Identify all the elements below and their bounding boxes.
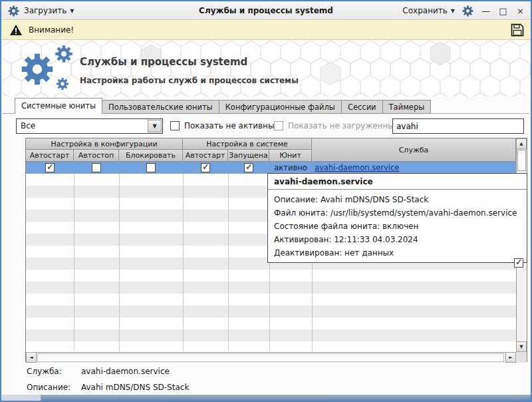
column-header-unit[interactable]: Юнит (269, 150, 312, 162)
warning-text: Внимание! (29, 25, 74, 35)
bottom-scrollbar[interactable] (1, 395, 531, 401)
tooltip-unitfile-line: Файл юнита: /usr/lib/systemd/system/avah… (274, 206, 521, 220)
tooltip-description-line: Описание: Avahi mDNS/DNS SD-Stack (274, 193, 521, 206)
unit-state-cell: активно (269, 163, 312, 172)
show-unloaded-checkbox-group: Показать не загруженные (274, 121, 399, 130)
vertical-scrollbar-thumb[interactable] (517, 150, 526, 171)
column-header-running[interactable]: Запущена (228, 150, 269, 162)
scroll-down-button[interactable]: ▼ (516, 341, 527, 352)
chevron-down-icon: ▼ (451, 8, 455, 14)
app-banner: Службы и процессы systemd Настройка рабо… (1, 41, 531, 97)
scroll-down-icon: ▼ (519, 344, 523, 349)
close-button[interactable]: × (515, 6, 525, 16)
chevron-down-icon: ▼ (70, 8, 74, 14)
save-menu-label: Сохранить (402, 6, 448, 15)
hexagon-pattern-background (1, 41, 531, 97)
tab-timers[interactable]: Таймеры (383, 100, 432, 114)
show-inactive-checkbox-group: Показать не активные (170, 121, 279, 130)
footer-service-value: avahi-daemon.service (81, 367, 170, 376)
autostart-config-checkbox[interactable] (45, 163, 55, 172)
scroll-left-icon: ◄ (29, 355, 33, 360)
tooltip-activated-line: Активирован: 12:11:33 04.03.2024 (274, 233, 521, 246)
column-header-service[interactable]: Служба (312, 138, 516, 162)
show-inactive-checkbox[interactable] (170, 121, 180, 130)
dropdown-arrow-button[interactable]: ▼ (148, 120, 162, 132)
show-unloaded-label: Показать не загруженные (288, 121, 399, 130)
scope-dropdown[interactable]: Все ▼ (16, 118, 163, 134)
column-header-autostart-system[interactable]: Автостарт (183, 150, 228, 162)
save-menu-button[interactable]: Сохранить ▼ (402, 6, 455, 15)
tab-user-units[interactable]: Пользовательские юниты (102, 100, 219, 114)
maximize-button[interactable]: □ (498, 6, 508, 16)
chevron-down-icon: ▼ (152, 123, 156, 129)
tooltip-deactivated-line: Деактивирован: нет данных (274, 246, 521, 260)
unit-tooltip: avahi-daemon.service Описание: Avahi mDN… (267, 173, 527, 263)
app-window: Загрузить ▼ Службы и процессы systemd Со… (0, 0, 532, 402)
filter-bar: Все ▼ Показать не активные Показать не з… (1, 118, 531, 134)
column-header-autostart-config[interactable]: Автостарт (26, 150, 74, 162)
save-floppy-icon[interactable] (511, 23, 524, 37)
tooltip-unitstate-line: Состояние файла юнита: включен (274, 220, 521, 233)
tab-config-files[interactable]: Конфигурационные файлы (219, 100, 342, 114)
status-footer: Служба: avahi-daemon.service Описание: A… (27, 367, 189, 399)
column-header-block[interactable]: Блокировать (119, 150, 183, 162)
minimize-button[interactable]: — (481, 6, 491, 16)
bottom-scrollbar-corner (1, 395, 41, 401)
scope-dropdown-value: Все (21, 121, 35, 130)
autostart-system-checkbox[interactable] (201, 163, 210, 172)
tab-sessions[interactable]: Сессии (342, 100, 383, 114)
floating-checkbox[interactable] (514, 258, 523, 268)
warning-icon (9, 24, 23, 36)
group-header-config: Настройка в конфигурации (26, 138, 183, 150)
scroll-left-button[interactable]: ◄ (26, 352, 37, 363)
tooltip-title: avahi-daemon.service (268, 174, 527, 190)
settings-gear-icon[interactable] (462, 5, 473, 17)
tabstrip: Системные юниты Пользовательские юниты К… (15, 98, 531, 114)
horizontal-scrollbar[interactable]: ◄ ► (26, 352, 516, 363)
scroll-up-button[interactable]: ▲ (516, 138, 527, 149)
group-header-system: Настройка в системе (183, 138, 312, 150)
column-header-autostop[interactable]: Автостоп (74, 150, 119, 162)
banner-subtitle: Настройка работы служб и процессов систе… (80, 76, 299, 85)
titlebar: Загрузить ▼ Службы и процессы systemd Со… (1, 1, 531, 20)
running-checkbox[interactable] (244, 163, 253, 172)
load-menu-label: Загрузить (24, 6, 66, 15)
scrollbar-corner (516, 352, 527, 363)
app-logo-gears-icon (12, 41, 78, 96)
block-checkbox[interactable] (146, 163, 156, 172)
service-name-link[interactable]: avahi-daemon.service (315, 163, 399, 172)
tab-system-units[interactable]: Системные юниты (15, 98, 102, 114)
show-unloaded-checkbox (274, 121, 283, 130)
horizontal-scrollbar-thumb[interactable] (37, 353, 504, 362)
app-gear-icon (8, 5, 19, 17)
footer-description-value: Avahi mDNS/DNS SD-Stack (81, 383, 189, 392)
scroll-right-button[interactable]: ► (505, 352, 516, 363)
banner-title: Службы и процессы systemd (80, 56, 247, 68)
table-row-avahi[interactable]: активно avahi-daemon.service (26, 162, 516, 174)
scroll-up-icon: ▲ (519, 141, 523, 146)
footer-service-label: Служба: (27, 367, 81, 376)
load-menu-button[interactable]: Загрузить ▼ (24, 6, 74, 15)
autostop-checkbox[interactable] (92, 163, 101, 172)
footer-description-label: Описание: (27, 383, 81, 392)
search-input[interactable] (392, 118, 524, 134)
scroll-right-icon: ► (509, 355, 512, 360)
show-inactive-label: Показать не активные (184, 121, 279, 130)
warning-bar: Внимание! (1, 20, 531, 40)
